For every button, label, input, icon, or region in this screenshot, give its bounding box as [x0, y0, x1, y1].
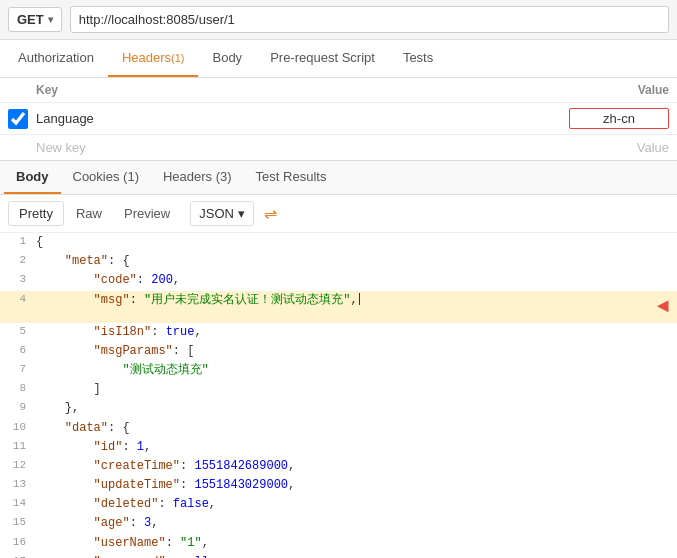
response-tab-headers[interactable]: Headers (3) — [151, 161, 244, 194]
line-number: 9 — [8, 399, 36, 417]
method-chevron-icon: ▾ — [48, 14, 53, 25]
line-number: 5 — [8, 323, 36, 341]
line-number: 3 — [8, 271, 36, 289]
json-line: 1{ — [0, 233, 677, 252]
line-number: 7 — [8, 361, 36, 379]
line-content: "meta": { — [36, 252, 669, 271]
json-line: 16 "userName": "1", — [0, 534, 677, 553]
value-column-header: Value — [549, 83, 669, 97]
line-number: 14 — [8, 495, 36, 513]
method-selector[interactable]: GET ▾ — [8, 7, 62, 32]
line-content: ] — [36, 380, 669, 399]
line-number: 11 — [8, 438, 36, 456]
json-line: 7 "测试动态填充" — [0, 361, 677, 380]
tab-pre-request-script[interactable]: Pre-request Script — [256, 40, 389, 77]
new-key-placeholder[interactable]: New key — [8, 140, 569, 155]
json-body: 1{2 "meta": {3 "code": 200,4 "msg": "用户未… — [0, 233, 677, 558]
new-key-row: New key Value — [0, 135, 677, 160]
line-number: 10 — [8, 419, 36, 437]
format-preview-button[interactable]: Preview — [114, 202, 180, 225]
format-pretty-button[interactable]: Pretty — [8, 201, 64, 226]
text-cursor — [359, 293, 360, 305]
format-raw-button[interactable]: Raw — [66, 202, 112, 225]
json-line: 17 "password": null — [0, 553, 677, 558]
line-content: "deleted": false, — [36, 495, 669, 514]
json-line: 3 "code": 200, — [0, 271, 677, 290]
json-format-label: JSON — [199, 206, 234, 221]
line-content: "userName": "1", — [36, 534, 669, 553]
response-tabs: Body Cookies (1) Headers (3) Test Result… — [0, 161, 677, 195]
json-line: 13 "updateTime": 1551843029000, — [0, 476, 677, 495]
line-content: "code": 200, — [36, 271, 669, 290]
line-content: "data": { — [36, 419, 669, 438]
line-content: "id": 1, — [36, 438, 669, 457]
header-checkbox-0[interactable] — [8, 109, 28, 129]
json-line: 8 ] — [0, 380, 677, 399]
line-content: "password": null — [36, 553, 669, 558]
line-number: 17 — [8, 553, 36, 558]
line-number: 2 — [8, 252, 36, 270]
line-content: { — [36, 233, 669, 252]
line-content: "msgParams": [ — [36, 342, 669, 361]
json-line: 2 "meta": { — [0, 252, 677, 271]
headers-column-headers: Key Value — [0, 78, 677, 103]
response-body: 1{2 "meta": {3 "code": 200,4 "msg": "用户未… — [0, 233, 677, 558]
url-bar: GET ▾ — [0, 0, 677, 40]
json-format-chevron-icon: ▾ — [238, 206, 245, 221]
json-format-selector[interactable]: JSON ▾ — [190, 201, 254, 226]
line-number: 16 — [8, 534, 36, 552]
line-content: "createTime": 1551842689000, — [36, 457, 669, 476]
line-content: }, — [36, 399, 669, 418]
json-line: 12 "createTime": 1551842689000, — [0, 457, 677, 476]
headers-section: Key Value Language zh-cn New key Value — [0, 78, 677, 161]
json-line: 5 "isI18n": true, — [0, 323, 677, 342]
json-line: 6 "msgParams": [ — [0, 342, 677, 361]
wrap-icon[interactable]: ⇌ — [264, 204, 277, 223]
json-line: 11 "id": 1, — [0, 438, 677, 457]
tab-headers[interactable]: Headers (1) — [108, 40, 199, 77]
arrow-indicator-icon: ◄ — [657, 291, 669, 323]
line-content: "updateTime": 1551843029000, — [36, 476, 669, 495]
method-label: GET — [17, 12, 44, 27]
line-number: 1 — [8, 233, 36, 251]
line-number: 12 — [8, 457, 36, 475]
request-tabs: Authorization Headers (1) Body Pre-reque… — [0, 40, 677, 78]
tab-tests[interactable]: Tests — [389, 40, 447, 77]
format-bar: Pretty Raw Preview JSON ▾ ⇌ — [0, 195, 677, 233]
line-number: 6 — [8, 342, 36, 360]
header-row-0: Language zh-cn — [0, 103, 677, 135]
line-content: "age": 3, — [36, 514, 669, 533]
json-line: 14 "deleted": false, — [0, 495, 677, 514]
line-number: 15 — [8, 514, 36, 532]
response-tab-test-results[interactable]: Test Results — [244, 161, 339, 194]
header-key-0: Language — [36, 111, 569, 126]
json-line: 4 "msg": "用户未完成实名认证！测试动态填充",◄ — [0, 291, 677, 323]
response-tab-body[interactable]: Body — [4, 161, 61, 194]
header-value-box-0[interactable]: zh-cn — [569, 108, 669, 129]
json-line: 10 "data": { — [0, 419, 677, 438]
line-content: "测试动态填充" — [36, 361, 669, 380]
new-value-placeholder[interactable]: Value — [569, 140, 669, 155]
response-tab-cookies[interactable]: Cookies (1) — [61, 161, 151, 194]
line-number: 8 — [8, 380, 36, 398]
tab-body[interactable]: Body — [198, 40, 256, 77]
line-content: "msg": "用户未完成实名认证！测试动态填充", — [36, 291, 653, 310]
line-number: 13 — [8, 476, 36, 494]
url-input[interactable] — [70, 6, 669, 33]
line-number: 4 — [8, 291, 36, 309]
tab-authorization[interactable]: Authorization — [4, 40, 108, 77]
key-column-header: Key — [8, 83, 549, 97]
json-line: 15 "age": 3, — [0, 514, 677, 533]
json-line: 9 }, — [0, 399, 677, 418]
line-content: "isI18n": true, — [36, 323, 669, 342]
